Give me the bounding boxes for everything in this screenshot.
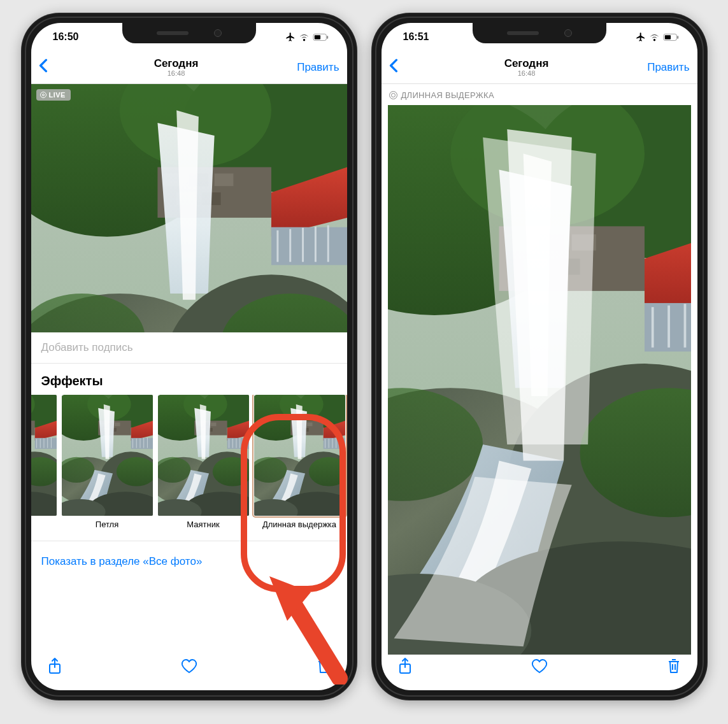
favorite-button[interactable] <box>531 658 548 676</box>
nav-bar: Сегодня 16:48 Править <box>382 51 697 84</box>
back-button[interactable] <box>389 57 415 77</box>
effect-card-bounce[interactable]: Маятник <box>158 395 249 529</box>
heart-icon <box>181 658 197 674</box>
live-badge: LIVE <box>36 89 71 101</box>
status-time: 16:50 <box>53 31 79 43</box>
bottom-toolbar <box>382 655 697 690</box>
photo-type-label: ДЛИННАЯ ВЫДЕРЖКА <box>401 90 494 100</box>
edit-button[interactable]: Править <box>639 61 690 74</box>
delete-button[interactable] <box>667 658 681 677</box>
delete-button[interactable] <box>317 658 331 677</box>
favorite-button[interactable] <box>181 658 197 676</box>
airplane-icon <box>636 32 646 42</box>
wifi-icon <box>649 33 660 41</box>
heart-icon <box>531 658 548 674</box>
share-icon <box>398 657 412 675</box>
wifi-icon <box>299 33 310 41</box>
phone-left: 16:50 Сегодня 16:48 Править <box>21 13 357 700</box>
chevron-left-icon <box>39 59 48 73</box>
share-button[interactable] <box>48 657 62 678</box>
edit-button[interactable]: Править <box>289 61 339 74</box>
nav-subtitle: 16:48 <box>415 69 639 77</box>
airplane-icon <box>285 32 296 42</box>
result-photo[interactable] <box>382 105 697 655</box>
effect-label: Петля <box>96 520 118 529</box>
effect-card-live[interactable] <box>31 395 57 529</box>
bottom-toolbar <box>31 655 347 690</box>
svg-rect-24 <box>314 35 320 39</box>
svg-rect-30 <box>677 36 678 39</box>
nav-title: Сегодня <box>415 57 639 70</box>
svg-rect-29 <box>664 35 670 39</box>
effect-card-long-exposure[interactable]: Длинная выдержка <box>254 395 345 529</box>
nav-bar: Сегодня 16:48 Править <box>31 51 347 84</box>
phone-right: 16:51 Сегодня 16:48 Править <box>371 13 708 700</box>
trash-icon <box>317 658 331 674</box>
live-ring-icon <box>389 91 397 99</box>
main-photo[interactable]: LIVE <box>31 84 347 332</box>
show-in-all-photos-link[interactable]: Показать в разделе «Все фото» <box>31 541 347 574</box>
caption-input[interactable]: Добавить подпись <box>31 332 347 364</box>
chevron-left-icon <box>389 59 398 73</box>
effect-label: Длинная выдержка <box>262 520 336 529</box>
status-time: 16:51 <box>403 31 429 43</box>
svg-rect-25 <box>327 36 328 39</box>
nav-subtitle: 16:48 <box>64 69 289 77</box>
notch <box>122 23 256 43</box>
share-button[interactable] <box>398 657 412 678</box>
trash-icon <box>667 658 681 674</box>
effects-section: Эффекты Петля Маятник Длин <box>31 364 347 534</box>
effects-row[interactable]: Петля Маятник Длинная выдержка <box>31 395 347 529</box>
effect-card-loop[interactable]: Петля <box>62 395 153 529</box>
photo-type-badge: ДЛИННАЯ ВЫДЕРЖКА <box>382 84 697 105</box>
share-icon <box>48 657 62 675</box>
nav-title: Сегодня <box>64 57 289 70</box>
back-button[interactable] <box>39 57 64 77</box>
effects-title: Эффекты <box>31 371 347 395</box>
live-icon <box>40 92 46 98</box>
live-label: LIVE <box>49 91 66 99</box>
battery-icon <box>313 33 329 41</box>
notch <box>473 23 606 43</box>
battery-icon <box>663 33 680 41</box>
effect-label: Маятник <box>187 520 219 529</box>
